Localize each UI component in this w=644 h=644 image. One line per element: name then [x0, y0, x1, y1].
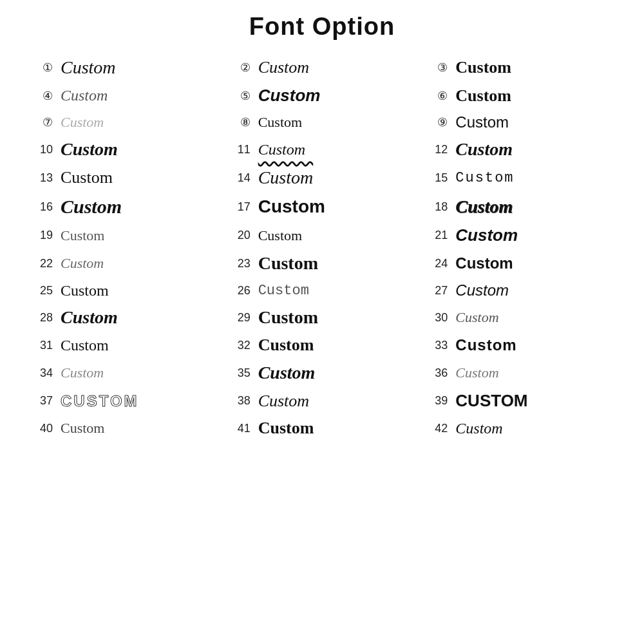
font-number: 33 [427, 339, 448, 352]
list-item: 40Custom [26, 415, 223, 442]
font-sample: Custom [61, 139, 118, 160]
font-number: ⑦ [32, 115, 53, 129]
font-number: 15 [427, 171, 448, 185]
list-item: 30Custom [421, 303, 618, 332]
list-item: ⑤Custom [223, 82, 421, 109]
font-sample: Custom [258, 392, 309, 411]
font-number: ④ [32, 89, 53, 103]
font-sample: Custom [61, 420, 104, 437]
font-sample: Custom [455, 139, 513, 160]
font-number: 38 [230, 394, 251, 408]
font-number: ② [230, 61, 251, 75]
list-item: 11Custom [223, 135, 421, 164]
font-sample: Custom [61, 337, 109, 354]
font-sample: Custom [258, 419, 314, 438]
list-item: 27Custom [421, 278, 618, 303]
font-number: 39 [427, 394, 448, 408]
font-number: 23 [230, 257, 251, 270]
font-sample: Custom [455, 113, 509, 131]
font-number: 37 [32, 394, 53, 408]
list-item: 13Custom [26, 164, 223, 192]
font-number: 12 [427, 143, 448, 156]
font-grid: ①Custom②Custom③Custom④Custom⑤Custom⑥Cust… [26, 53, 618, 442]
font-sample: Custom [455, 170, 514, 186]
font-sample: Custom [455, 336, 516, 354]
font-number: 36 [427, 366, 448, 380]
font-sample: Custom [61, 114, 104, 131]
list-item: 31Custom [26, 332, 223, 359]
font-sample: Custom [455, 225, 518, 245]
font-sample: Custom [455, 254, 513, 272]
list-item: 33Custom [421, 332, 618, 359]
list-item: 12Custom [421, 135, 618, 164]
font-number: 30 [427, 311, 448, 325]
font-number: ⑨ [427, 115, 448, 129]
font-sample: Custom [455, 365, 498, 381]
font-sample: Custom [258, 86, 321, 106]
font-number: 31 [32, 339, 53, 352]
list-item: 34Custom [26, 359, 223, 387]
font-sample: Custom [258, 253, 318, 274]
list-item: 41Custom [223, 415, 421, 442]
font-sample: Custom [258, 283, 309, 299]
font-sample: Custom [258, 141, 305, 158]
list-item: 24Custom [421, 249, 618, 278]
font-number: ⑥ [427, 89, 448, 103]
font-sample: Custom [61, 282, 109, 299]
font-number: 28 [32, 311, 53, 325]
font-sample: Custom [455, 58, 511, 77]
font-number: ⑤ [230, 89, 251, 103]
font-sample: Custom [61, 255, 104, 272]
list-item: ③Custom [421, 53, 618, 82]
font-number: 11 [230, 143, 251, 156]
font-sample: Custom [258, 336, 314, 355]
font-number: 16 [32, 200, 53, 214]
list-item: 16Custom [26, 192, 223, 222]
list-item: ⑧Custom [223, 109, 421, 135]
page-title: Font Option [249, 13, 395, 41]
font-number: 21 [427, 229, 448, 242]
font-number: 32 [230, 339, 251, 352]
font-sample: Custom [61, 196, 122, 218]
font-sample: Custom [61, 307, 118, 328]
font-sample: CUSTOM [61, 392, 139, 410]
font-number: 25 [32, 284, 53, 298]
font-sample: Custom [258, 167, 314, 188]
font-sample: CUSTOM [455, 391, 527, 411]
list-item: ②Custom [223, 53, 421, 82]
font-number: 35 [230, 366, 251, 380]
font-number: 17 [230, 200, 251, 214]
list-item: ⑦Custom [26, 109, 223, 135]
font-number: 34 [32, 366, 53, 380]
list-item: 29Custom [223, 303, 421, 332]
font-sample: Custom [61, 57, 116, 78]
font-number: ⑧ [230, 115, 251, 129]
list-item: 32Custom [223, 332, 421, 359]
font-number: 41 [230, 422, 251, 435]
font-sample: Custom [258, 227, 302, 244]
page: Font Option ①Custom②Custom③Custom④Custom… [0, 0, 644, 644]
list-item: 25Custom [26, 278, 223, 303]
list-item: 28Custom [26, 303, 223, 332]
list-item: ①Custom [26, 53, 223, 82]
list-item: 38Custom [223, 387, 421, 415]
font-sample: Custom [258, 196, 325, 217]
font-number: 22 [32, 257, 53, 270]
font-sample: Custom [455, 196, 513, 217]
font-sample: Custom [258, 363, 316, 383]
font-number: 18 [427, 200, 448, 214]
font-number: 19 [32, 229, 53, 242]
font-sample: Custom [258, 114, 302, 131]
font-number: 42 [427, 422, 448, 435]
font-number: ① [32, 61, 53, 75]
font-number: 20 [230, 229, 251, 242]
font-number: 24 [427, 257, 448, 270]
list-item: 19Custom [26, 222, 223, 249]
font-number: 10 [32, 143, 53, 156]
list-item: 15Custom [421, 164, 618, 192]
list-item: 23Custom [223, 249, 421, 278]
list-item: 18Custom [421, 192, 618, 222]
font-number: 26 [230, 284, 251, 298]
list-item: ④Custom [26, 82, 223, 109]
font-number: 27 [427, 284, 448, 298]
